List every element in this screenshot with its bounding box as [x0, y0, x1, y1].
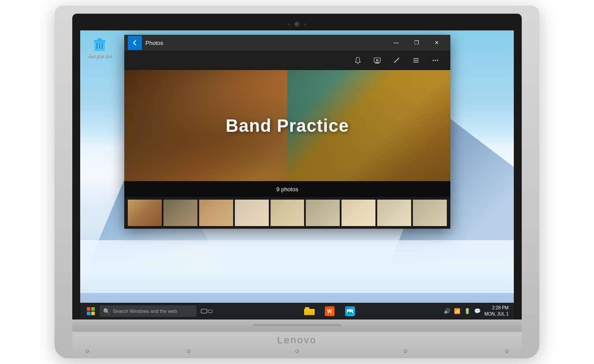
snow-ground — [80, 240, 514, 293]
window-controls: — ❐ ✕ — [386, 36, 447, 50]
edit-button[interactable] — [389, 52, 405, 68]
lenovo-logo: Lenovo — [277, 334, 317, 346]
wifi-icon[interactable]: 📶 — [454, 308, 460, 314]
thumbnail-5[interactable] — [271, 200, 304, 226]
maximize-button[interactable]: ❐ — [406, 36, 427, 50]
screw-2 — [187, 349, 190, 353]
clock-date: MON, JUL 1 — [484, 311, 509, 317]
search-bar[interactable]: 🔍 Search Windows and the web — [100, 305, 197, 317]
photos-app-window: Photos — ❐ ✕ — [124, 35, 450, 229]
thumbnail-3[interactable] — [199, 200, 233, 226]
svg-rect-2 — [97, 38, 102, 41]
win-sq-red — [87, 307, 90, 311]
clock-time: 2:28 PM — [484, 305, 509, 311]
notifications-icon[interactable]: 💬 — [474, 308, 481, 314]
screw-3 — [404, 349, 407, 353]
camera-indicator-right — [304, 23, 306, 26]
album-title: Band Practice — [226, 116, 349, 136]
svg-point-14 — [437, 60, 438, 61]
thumbnail-6[interactable] — [306, 200, 340, 226]
toolbar — [124, 51, 450, 70]
screen-bezel: Recycle Bin Photos — — [72, 14, 522, 319]
laptop-screen: Recycle Bin Photos — — [80, 30, 514, 319]
volume-icon[interactable]: 🔊 — [444, 308, 450, 314]
screw-4 — [505, 349, 509, 353]
battery-icon[interactable]: 🔋 — [464, 308, 471, 314]
chassis-vent — [253, 324, 341, 327]
file-explorer-taskbar-icon[interactable] — [301, 303, 318, 319]
search-icon: 🔍 — [103, 308, 110, 315]
laptop-body: Recycle Bin Photos — — [55, 6, 539, 358]
title-bar: Photos — ❐ ✕ — [124, 35, 450, 51]
minimize-button[interactable]: — — [386, 36, 406, 50]
camera-area — [288, 22, 306, 27]
office-taskbar-icon[interactable]: W — [321, 303, 338, 319]
photos-taskbar-icon[interactable] — [342, 303, 358, 319]
photos-icon — [345, 306, 355, 316]
thumbnail-8[interactable] — [377, 200, 411, 226]
screw-5 — [295, 349, 299, 353]
share-button[interactable] — [350, 52, 366, 68]
details-button[interactable] — [408, 52, 424, 68]
task-view-button[interactable] — [198, 303, 215, 319]
win-sq-green — [91, 307, 95, 311]
content-area: Band Practice 9 photos — [124, 70, 450, 229]
taskbar-apps: W — [215, 303, 444, 319]
file-explorer-icon — [304, 307, 315, 315]
photo-count-bar: 9 photos — [124, 181, 450, 197]
thumbnail-9[interactable] — [413, 200, 447, 226]
recycle-bin-graphic — [91, 36, 108, 52]
system-tray: 🔊 📶 🔋 💬 2:28 PM MON, JUL 1 — [444, 305, 512, 317]
thumbnail-1[interactable] — [128, 200, 162, 226]
thumbnail-4[interactable] — [235, 200, 269, 226]
bottom-bezel: Lenovo — [72, 332, 522, 358]
camera-indicator-left — [288, 23, 290, 26]
windows-logo — [87, 307, 95, 315]
taskbar: 🔍 Search Windows and the web — [80, 303, 514, 319]
task-view-icon — [201, 309, 212, 313]
app-title: Photos — [145, 40, 386, 46]
win-sq-blue — [87, 312, 90, 315]
office-icon: W — [325, 306, 334, 316]
win-sq-yellow — [91, 312, 95, 315]
svg-rect-7 — [375, 63, 379, 63]
thumbnail-strip — [124, 197, 450, 229]
album-hero-image: Band Practice — [124, 70, 450, 181]
screw-1 — [85, 349, 89, 353]
svg-point-12 — [433, 60, 434, 61]
recycle-bin-label: Recycle Bin — [88, 53, 111, 59]
svg-point-17 — [351, 310, 352, 312]
search-placeholder-text: Search Windows and the web — [113, 308, 177, 314]
taskbar-clock[interactable]: 2:28 PM MON, JUL 1 — [484, 305, 509, 317]
photo-count: 9 photos — [276, 186, 298, 193]
hero-overlay: Band Practice — [124, 70, 450, 181]
camera-lens — [294, 22, 300, 27]
back-button[interactable] — [128, 36, 142, 50]
thumbnail-7[interactable] — [342, 200, 375, 226]
close-button[interactable]: ✕ — [427, 36, 447, 50]
thumbnail-2[interactable] — [163, 200, 197, 226]
svg-marker-8 — [376, 59, 379, 61]
more-button[interactable] — [427, 52, 443, 68]
recycle-bin-icon[interactable]: Recycle Bin — [86, 36, 113, 59]
slideshow-button[interactable] — [369, 52, 385, 68]
svg-point-13 — [435, 60, 436, 61]
start-button[interactable] — [82, 303, 100, 319]
bottom-chassis — [72, 319, 522, 332]
